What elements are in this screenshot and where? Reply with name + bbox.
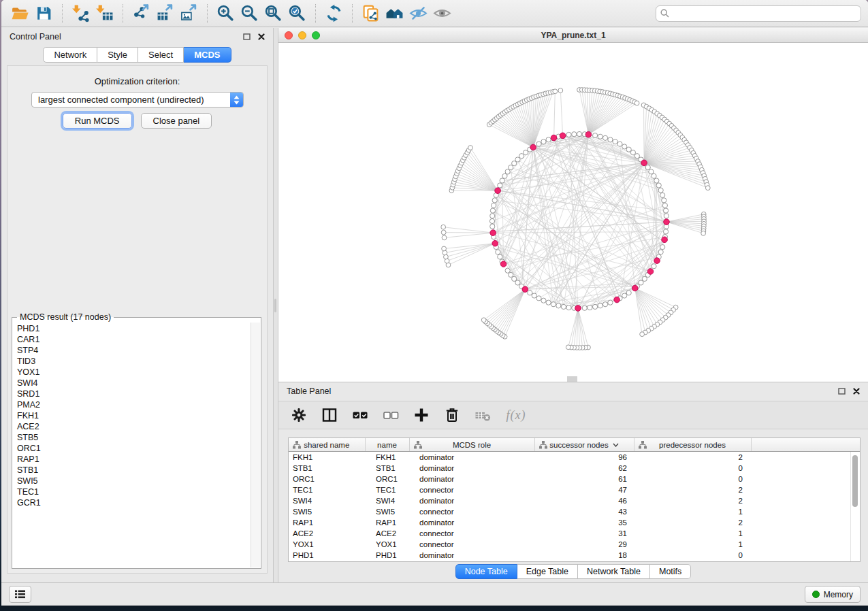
select-all-checkbox-icon[interactable] xyxy=(351,406,369,424)
close-panel-button[interactable]: Close panel xyxy=(141,113,212,129)
table-scrollbar-thumb[interactable] xyxy=(852,455,858,507)
network-view-window: YPA_prune.txt_1 xyxy=(278,28,868,382)
zoom-out-icon[interactable] xyxy=(239,3,260,24)
task-history-button[interactable] xyxy=(9,586,31,603)
close-table-panel-icon[interactable] xyxy=(853,388,860,395)
table-row[interactable]: SWI5SWI5connector431 xyxy=(289,506,860,517)
column-header-MCDS-role[interactable]: MCDS role xyxy=(409,438,534,452)
close-panel-icon[interactable] xyxy=(258,33,265,40)
tab-network[interactable]: Network xyxy=(43,47,97,63)
export-image-icon[interactable] xyxy=(178,3,199,24)
mcds-result-node: SRD1 xyxy=(13,389,251,399)
table-row[interactable]: ACE2ACE2connector311 xyxy=(289,528,860,539)
mcds-result-node: TID3 xyxy=(13,356,251,367)
minimize-window-icon[interactable] xyxy=(298,31,306,39)
clone-network-icon[interactable] xyxy=(360,3,381,24)
toolbar-separator xyxy=(315,4,316,23)
mcds-result-node: PHD1 xyxy=(13,323,251,334)
add-column-icon[interactable] xyxy=(413,406,430,424)
table-scrollbar[interactable] xyxy=(850,452,860,561)
import-table-icon[interactable] xyxy=(94,3,115,24)
vertical-splitter[interactable] xyxy=(273,28,278,582)
delete-table-icon xyxy=(474,406,492,424)
column-header-shared-name[interactable]: shared name xyxy=(289,438,365,452)
table-row[interactable]: TEC1TEC1connector472 xyxy=(289,484,860,495)
table-row[interactable]: SWI4SWI4dominator462 xyxy=(289,495,860,506)
table-row[interactable]: ORC1ORC1dominator610 xyxy=(289,474,860,484)
select-stepper-icon xyxy=(230,93,243,107)
apply-layout-icon[interactable] xyxy=(323,3,344,24)
mcds-result-node: STB1 xyxy=(13,465,251,476)
mcds-result-node: CAR1 xyxy=(13,334,251,345)
window-traffic-lights xyxy=(285,31,320,39)
import-network-icon[interactable] xyxy=(70,3,91,24)
table-row[interactable]: PHD1PHD1dominator180 xyxy=(289,550,860,561)
deselect-all-checkbox-icon[interactable] xyxy=(382,406,400,424)
mcds-result-scrollbar[interactable] xyxy=(251,323,260,567)
column-header-successor-nodes[interactable]: successor nodes xyxy=(534,438,634,452)
network-view-title: YPA_prune.txt_1 xyxy=(541,31,605,40)
network-canvas[interactable] xyxy=(278,43,868,382)
network-graph[interactable] xyxy=(278,43,868,382)
mcds-tab-content: Optimization criterion: largest connecte… xyxy=(7,65,268,574)
tab-motifs[interactable]: Motifs xyxy=(650,564,691,579)
status-bar: Memory xyxy=(1,582,868,606)
zoom-in-icon[interactable] xyxy=(215,3,236,24)
cytoscape-window: Control Panel NetworkStyleSelectMCDS Opt… xyxy=(1,0,868,606)
table-row[interactable]: FKH1FKH1dominator962 xyxy=(289,452,860,463)
maximize-window-icon[interactable] xyxy=(312,31,320,39)
run-mcds-button[interactable]: Run MCDS xyxy=(63,113,132,129)
export-table-icon[interactable] xyxy=(155,3,176,24)
table-row[interactable]: RAP1RAP1dominator352 xyxy=(289,517,860,528)
float-panel-icon[interactable] xyxy=(243,33,251,40)
table-panel-tabs: Node TableEdge TableNetwork TableMotifs xyxy=(278,564,868,579)
toolbar-separator xyxy=(62,4,63,23)
table-panel-title: Table Panel xyxy=(287,386,331,396)
zoom-selected-icon[interactable] xyxy=(287,3,308,24)
mcds-result-node: STP4 xyxy=(13,345,251,356)
mcds-result-node: PMA2 xyxy=(13,399,251,410)
column-header-filler xyxy=(751,438,860,452)
toolbar-separator xyxy=(207,4,208,23)
show-all-icon[interactable] xyxy=(432,3,453,24)
memory-label: Memory xyxy=(824,590,853,599)
table-settings-icon[interactable] xyxy=(290,406,308,424)
delete-column-icon[interactable] xyxy=(443,406,461,424)
horizontal-splitter-grip[interactable] xyxy=(567,376,577,382)
tab-select[interactable]: Select xyxy=(138,47,184,63)
search-input[interactable] xyxy=(656,5,861,22)
optimization-criterion-select[interactable]: largest connected component (undirected) xyxy=(31,92,244,108)
tab-mcds[interactable]: MCDS xyxy=(184,47,231,63)
table-row[interactable]: YOX1YOX1connector291 xyxy=(289,539,860,550)
mcds-result-node: TEC1 xyxy=(13,486,251,497)
hide-selected-icon[interactable] xyxy=(408,3,429,24)
tab-style[interactable]: Style xyxy=(97,47,138,63)
right-column: YPA_prune.txt_1 Table Panel xyxy=(278,28,868,582)
first-neighbors-icon[interactable] xyxy=(384,3,405,24)
function-builder-icon: f(x) xyxy=(504,406,528,424)
mcds-buttons: Run MCDS Close panel xyxy=(7,113,267,129)
mcds-result-node: SWI4 xyxy=(13,378,251,389)
zoom-fit-icon[interactable] xyxy=(263,3,284,24)
open-session-icon[interactable] xyxy=(10,3,31,24)
column-header-name[interactable]: name xyxy=(365,438,409,452)
table-toolbar: f(x) xyxy=(278,401,868,429)
close-window-icon[interactable] xyxy=(285,31,293,39)
float-table-panel-icon[interactable] xyxy=(838,388,846,395)
save-session-icon[interactable] xyxy=(33,3,54,24)
control-panel-titlebar: Control Panel xyxy=(1,28,273,46)
table-row[interactable]: STB1STB1dominator620 xyxy=(289,463,860,474)
tab-network-table[interactable]: Network Table xyxy=(578,564,650,579)
mcds-result-node: GCR1 xyxy=(13,497,251,508)
mcds-result-box: MCDS result (17 nodes) PHD1CAR1STP4TID3Y… xyxy=(12,312,261,569)
export-network-icon[interactable] xyxy=(131,3,152,24)
tab-node-table[interactable]: Node Table xyxy=(455,564,517,579)
mcds-result-node: ORC1 xyxy=(13,443,251,454)
column-header-predecessor-nodes[interactable]: predecessor nodes xyxy=(634,438,751,452)
splitter-grip[interactable] xyxy=(274,299,276,312)
tab-edge-table[interactable]: Edge Table xyxy=(517,564,578,579)
split-view-icon[interactable] xyxy=(321,406,338,424)
toolbar-separator xyxy=(352,4,353,23)
control-panel-tabs: NetworkStyleSelectMCDS xyxy=(1,47,273,63)
memory-button[interactable]: Memory xyxy=(805,586,861,603)
